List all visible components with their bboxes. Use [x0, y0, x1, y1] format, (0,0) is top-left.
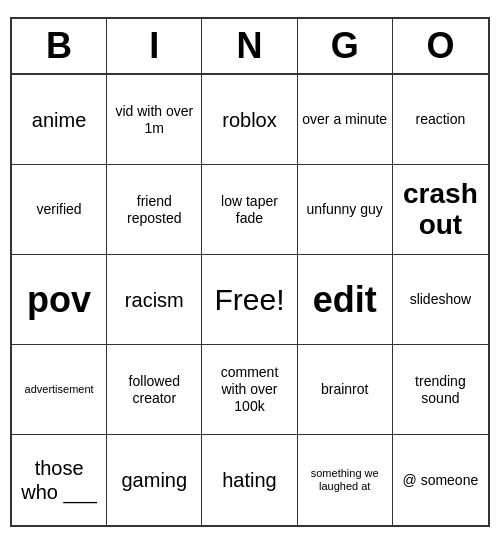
cell-text: slideshow — [410, 291, 471, 308]
bingo-cell: followed creator — [107, 345, 202, 435]
bingo-cell: roblox — [202, 75, 297, 165]
bingo-cell: pov — [12, 255, 107, 345]
bingo-cell: anime — [12, 75, 107, 165]
bingo-cell: something we laughed at — [298, 435, 393, 525]
bingo-cell: vid with over 1m — [107, 75, 202, 165]
cell-text: anime — [32, 108, 86, 132]
cell-text: low taper fade — [206, 193, 292, 227]
cell-text: pov — [27, 278, 91, 321]
cell-text: gaming — [121, 468, 187, 492]
bingo-cell: @ someone — [393, 435, 488, 525]
bingo-cell: hating — [202, 435, 297, 525]
cell-text: edit — [313, 278, 377, 321]
cell-text: vid with over 1m — [111, 103, 197, 137]
cell-text: unfunny guy — [307, 201, 383, 218]
cell-text: trending sound — [397, 373, 484, 407]
header-letter: O — [393, 19, 488, 73]
cell-text: verified — [37, 201, 82, 218]
header-letter: N — [202, 19, 297, 73]
bingo-cell: racism — [107, 255, 202, 345]
bingo-cell: friend reposted — [107, 165, 202, 255]
bingo-cell: reaction — [393, 75, 488, 165]
bingo-cell: brainrot — [298, 345, 393, 435]
cell-text: something we laughed at — [302, 467, 388, 493]
cell-text: reaction — [415, 111, 465, 128]
cell-text: followed creator — [111, 373, 197, 407]
cell-text: comment with over 100k — [206, 364, 292, 414]
cell-text: crash out — [397, 179, 484, 241]
cell-text: advertisement — [25, 383, 94, 396]
cell-text: Free! — [214, 282, 284, 318]
bingo-grid: animevid with over 1mrobloxover a minute… — [12, 75, 488, 525]
header-letter: I — [107, 19, 202, 73]
bingo-card: BINGO animevid with over 1mrobloxover a … — [10, 17, 490, 527]
header-letter: B — [12, 19, 107, 73]
cell-text: racism — [125, 288, 184, 312]
bingo-cell: slideshow — [393, 255, 488, 345]
bingo-cell: advertisement — [12, 345, 107, 435]
cell-text: @ someone — [403, 472, 479, 489]
bingo-cell: low taper fade — [202, 165, 297, 255]
cell-text: friend reposted — [111, 193, 197, 227]
bingo-cell: edit — [298, 255, 393, 345]
bingo-header: BINGO — [12, 19, 488, 75]
bingo-cell: gaming — [107, 435, 202, 525]
bingo-cell: trending sound — [393, 345, 488, 435]
bingo-cell: verified — [12, 165, 107, 255]
cell-text: hating — [222, 468, 277, 492]
bingo-cell: unfunny guy — [298, 165, 393, 255]
bingo-cell: crash out — [393, 165, 488, 255]
cell-text: brainrot — [321, 381, 368, 398]
bingo-cell: Free! — [202, 255, 297, 345]
bingo-cell: comment with over 100k — [202, 345, 297, 435]
cell-text: over a minute — [302, 111, 387, 128]
header-letter: G — [298, 19, 393, 73]
cell-text: roblox — [222, 108, 276, 132]
cell-text: those who ___ — [16, 456, 102, 504]
bingo-cell: over a minute — [298, 75, 393, 165]
bingo-cell: those who ___ — [12, 435, 107, 525]
